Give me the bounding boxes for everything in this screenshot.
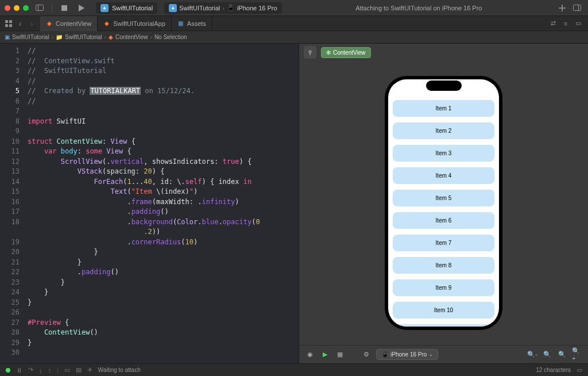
separator — [52, 3, 52, 13]
list-item: Item 5 — [393, 190, 494, 206]
scheme-name: SwiftUITutorial — [112, 5, 153, 11]
preview-chip[interactable]: ✻ ContentView — [321, 47, 371, 58]
line-gutter: 1234567891011121314151617181920212223242… — [0, 44, 24, 363]
list-item: Item 9 — [393, 279, 494, 296]
list-item: Item 1 — [393, 100, 494, 117]
jumpbar: ▣ SwiftUITutorial › 📁 SwiftUITutorial › … — [0, 31, 588, 44]
minimize-button[interactable] — [14, 5, 20, 11]
assets-icon: ▦ — [177, 20, 184, 27]
titlebar: ▲ SwiftUITutorial ▲ SwiftUITutorial › 📱 … — [0, 0, 588, 16]
editor-options-icon[interactable]: ▭ — [573, 18, 583, 29]
app-icon: ▲ — [100, 4, 109, 12]
code-editor[interactable]: 1234567891011121314151617181920212223242… — [0, 44, 299, 363]
refresh-icon: ✻ — [326, 49, 331, 56]
simulate-icon[interactable]: ✈ — [87, 366, 92, 374]
svg-rect-6 — [574, 5, 581, 11]
project-icon: ▣ — [5, 34, 10, 40]
jump-folder[interactable]: SwiftUITutorial — [65, 34, 102, 40]
tab-assets[interactable]: ▦ Assets — [172, 16, 212, 31]
preview-pane: ✻ ContentView Item 1 Item 2 Item 3 Item … — [299, 44, 588, 363]
toggle-console-icon[interactable]: ▭ — [577, 366, 582, 374]
sidebar-toggle-icon[interactable] — [33, 2, 46, 14]
pin-button[interactable] — [304, 46, 316, 59]
tab-label: Assets — [187, 20, 206, 27]
chevron-down-icon: ⌄ — [429, 352, 433, 357]
tab-app[interactable]: ◆ SwiftUITutorialApp — [98, 16, 172, 31]
run-button[interactable] — [75, 2, 88, 14]
chevron-right-icon: › — [222, 5, 225, 11]
svg-rect-2 — [61, 5, 67, 11]
preview-chip-label: ContentView — [333, 49, 366, 56]
tabbar: ‹ › ◆ ContentView ◆ SwiftUITutorialApp ▦… — [0, 16, 588, 31]
zoom-actual-button[interactable]: 🔍 — [542, 350, 552, 360]
live-button[interactable]: ◉ — [305, 350, 315, 360]
status-indicator — [6, 368, 10, 373]
status-message: Waiting to attach — [98, 367, 141, 373]
step-out-icon[interactable]: ↑ — [48, 367, 52, 374]
folder-icon: 📁 — [56, 34, 63, 40]
swift-file-icon: ◆ — [109, 34, 113, 40]
preview-device-selector[interactable]: 📱 iPhone 16 Pro ⌄ — [376, 349, 438, 360]
svg-rect-9 — [9, 20, 12, 23]
code-content[interactable]: // // ContentView.swift // SwiftUITutori… — [24, 44, 299, 363]
adjust-icon[interactable]: ≡ — [560, 18, 571, 29]
swift-file-icon: ◆ — [103, 20, 110, 27]
list-item: Item 2 — [393, 122, 494, 139]
review-icon[interactable]: ⇄ — [548, 18, 558, 29]
selectable-button[interactable]: ▶ — [320, 350, 330, 360]
zoom-in-button[interactable]: 🔍+ — [572, 350, 582, 360]
device-frame: Item 1 Item 2 Item 3 Item 4 Item 5 Item … — [385, 76, 502, 330]
device-settings-button[interactable]: ⚙ — [361, 350, 372, 360]
tab-label: SwiftUITutorialApp — [113, 20, 165, 27]
activity-status: Attaching to SwiftUITutorial on iPhone 1… — [287, 5, 551, 11]
list-item: Item 3 — [393, 145, 494, 162]
svg-rect-0 — [36, 5, 44, 11]
preview-device-label: iPhone 16 Pro — [390, 351, 427, 358]
main-area: 1234567891011121314151617181920212223242… — [0, 44, 588, 363]
project-label: SwiftUITutorial — [179, 5, 220, 11]
phone-icon: 📱 — [381, 351, 388, 358]
maximize-button[interactable] — [23, 5, 29, 11]
preview-bottom-bar: ◉ ▶ ▦ ⚙ 📱 iPhone 16 Pro ⌄ 🔍- 🔍 🔍 🔍+ — [299, 345, 588, 363]
debug-view-icon[interactable]: ▭ — [64, 366, 70, 374]
chevron-right-icon: › — [52, 34, 53, 40]
memory-icon[interactable]: ▤ — [76, 366, 82, 374]
library-toggle-icon[interactable] — [571, 2, 583, 14]
list-item: Item 11 — [393, 324, 494, 327]
pause-icon[interactable]: ⏸ — [16, 367, 22, 374]
stop-button[interactable] — [58, 2, 71, 14]
step-over-icon[interactable]: ↷ — [28, 366, 33, 374]
forward-button[interactable]: › — [26, 18, 37, 29]
variants-button[interactable]: ▦ — [335, 350, 345, 360]
add-button[interactable] — [556, 2, 568, 14]
tab-label: ContentView — [56, 20, 91, 27]
list-item: Item 7 — [393, 235, 494, 251]
run-destination[interactable]: ▲ SwiftUITutorial › 📱 iPhone 16 Pro — [164, 2, 282, 14]
svg-rect-11 — [9, 24, 12, 27]
statusbar: ⏸ ↷ ↓ ↑ | ▭ ▤ ✈ Waiting to attach 12 cha… — [0, 363, 588, 376]
svg-point-12 — [309, 51, 311, 53]
step-in-icon[interactable]: ↓ — [39, 367, 42, 374]
scroll-content: Item 1 Item 2 Item 3 Item 4 Item 5 Item … — [388, 79, 499, 327]
back-button[interactable]: ‹ — [15, 18, 25, 29]
device-screen: Item 1 Item 2 Item 3 Item 4 Item 5 Item … — [388, 79, 499, 327]
related-items-icon[interactable] — [3, 18, 14, 29]
svg-rect-10 — [5, 24, 8, 27]
list-item: Item 6 — [393, 212, 494, 229]
jump-selection[interactable]: No Selection — [154, 34, 187, 40]
char-count: 12 characters — [536, 367, 571, 373]
preview-canvas[interactable]: Item 1 Item 2 Item 3 Item 4 Item 5 Item … — [299, 61, 588, 345]
zoom-out-button[interactable]: 🔍- — [527, 350, 537, 360]
jump-file[interactable]: ContentView — [115, 34, 148, 40]
svg-rect-8 — [5, 20, 8, 23]
chevron-right-icon: › — [150, 34, 152, 40]
scheme-selector[interactable]: ▲ SwiftUITutorial — [96, 2, 157, 14]
tab-contentview[interactable]: ◆ ContentView — [40, 16, 98, 31]
window-controls — [5, 5, 29, 11]
list-item: Item 8 — [393, 257, 494, 274]
chevron-right-icon: › — [105, 34, 106, 40]
preview-toolbar: ✻ ContentView — [299, 44, 588, 61]
jump-project[interactable]: SwiftUITutorial — [12, 34, 49, 40]
zoom-fit-button[interactable]: 🔍 — [557, 350, 567, 360]
close-button[interactable] — [5, 5, 10, 11]
